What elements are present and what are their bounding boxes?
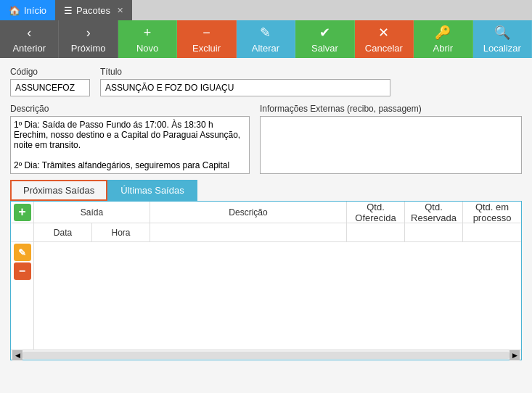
scrollbar-track[interactable] [22, 352, 510, 359]
novo-button[interactable]: + Novo [118, 20, 177, 58]
tab-inicio[interactable]: 🏠 Início [0, 0, 55, 20]
titulo-group: Título [100, 67, 390, 96]
col-qtd-res-sub-empty [405, 223, 463, 241]
anterior-button[interactable]: ‹ Anterior [0, 20, 59, 58]
col-qtd-processo-header: Qtd. em processo [463, 202, 521, 223]
codigo-titulo-row: Código Título [10, 67, 522, 96]
table-rows-content [34, 242, 521, 349]
col-qtd-of-sub-empty [347, 223, 405, 241]
titulo-label: Título [100, 67, 390, 77]
codigo-group: Código [10, 67, 90, 96]
codigo-label: Código [10, 67, 90, 77]
excluir-button[interactable]: − Excluir [177, 20, 236, 58]
tab-bar: 🏠 Início ☰ Pacotes ✕ [0, 0, 532, 20]
table-body: ✎ − [11, 242, 521, 349]
home-icon: 🏠 [9, 5, 20, 16]
col-qtd-proc-sub-empty [463, 223, 521, 241]
anterior-icon: ‹ [27, 25, 31, 41]
desc-info-row: Descrição 1º Dia: Saída de Passo Fundo á… [10, 104, 522, 174]
abrir-button[interactable]: 🔑 Abrir [414, 20, 472, 58]
qtd-processo-label: Qtd. em processo [463, 202, 521, 223]
main-content: Código Título Descrição 1º Dia: Saída de… [0, 58, 532, 393]
proximo-icon: › [86, 25, 91, 41]
alterar-label: Alterar [252, 43, 279, 54]
edit-row-button[interactable]: ✎ [14, 244, 31, 261]
list-icon: ☰ [64, 5, 73, 16]
salvar-button[interactable]: ✔ Salvar [295, 20, 354, 58]
tab-proximas-saidas[interactable]: Próximas Saídas [10, 180, 107, 201]
cancelar-icon: ✕ [378, 25, 389, 41]
alterar-icon: ✎ [260, 25, 271, 41]
tab-close-icon[interactable]: ✕ [117, 6, 123, 15]
abrir-label: Abrir [433, 43, 453, 54]
col-descricao-header: Descrição [150, 202, 347, 223]
anterior-label: Anterior [12, 43, 46, 54]
novo-icon: + [144, 25, 152, 41]
scroll-right-button[interactable]: ▶ [510, 350, 520, 360]
alterar-button[interactable]: ✎ Alterar [237, 20, 295, 58]
table-header-top: + Saída Descrição Qtd. Oferecida Qtd. Re… [11, 202, 521, 223]
cancelar-label: Cancelar [365, 43, 403, 54]
codigo-input[interactable] [10, 79, 90, 96]
tab-inicio-label: Início [24, 5, 46, 16]
tab-pacotes[interactable]: ☰ Pacotes ✕ [55, 0, 132, 20]
col-saida-header: Saída [34, 202, 150, 223]
table-scrollbar[interactable]: ◀ ▶ [11, 349, 521, 360]
salvar-icon: ✔ [319, 25, 330, 41]
titulo-input[interactable] [100, 79, 390, 96]
tab-ultimas-saidas[interactable]: Últimas Saídas [107, 180, 197, 201]
cancelar-button[interactable]: ✕ Cancelar [355, 20, 414, 58]
col-qtd-reservada-header: Qtd. Reservada [405, 202, 463, 223]
qtd-reservada-label: Qtd. Reservada [405, 202, 462, 223]
novo-label: Novo [136, 43, 158, 54]
section-tabs: Próximas Saídas Últimas Saídas [10, 180, 522, 201]
excluir-icon: − [202, 25, 210, 41]
col-data-header: Data [34, 223, 92, 241]
descricao-label: Descrição [10, 104, 250, 114]
excluir-label: Excluir [192, 43, 221, 54]
proximo-label: Próximo [71, 43, 106, 54]
tab-pacotes-label: Pacotes [76, 5, 110, 16]
table-header-sub: Data Hora [11, 223, 521, 242]
info-label: Informações Externas (recibo, passagem) [260, 104, 522, 114]
add-row-button[interactable]: + [14, 204, 31, 221]
localizar-button[interactable]: 🔍 Localizar [473, 20, 532, 58]
info-group: Informações Externas (recibo, passagem) [260, 104, 522, 174]
col-desc-sub-empty [150, 223, 347, 241]
remove-row-button[interactable]: − [14, 262, 31, 280]
descricao-group: Descrição 1º Dia: Saída de Passo Fundo á… [10, 104, 250, 174]
col-qtd-oferecida-header: Qtd. Oferecida [347, 202, 405, 223]
table-area: + Saída Descrição Qtd. Oferecida Qtd. Re… [10, 201, 522, 360]
qtd-oferecida-label: Qtd. Oferecida [347, 202, 404, 223]
toolbar: ‹ Anterior › Próximo + Novo − Excluir ✎ … [0, 20, 532, 58]
info-textarea[interactable] [260, 116, 522, 174]
salvar-label: Salvar [311, 43, 338, 54]
scroll-left-button[interactable]: ◀ [12, 350, 22, 360]
ultimas-saidas-label: Últimas Saídas [120, 185, 184, 196]
col-hora-header: Hora [92, 223, 150, 241]
localizar-icon: 🔍 [494, 25, 510, 41]
abrir-icon: 🔑 [435, 25, 451, 41]
proximas-saidas-label: Próximas Saídas [23, 185, 94, 196]
descricao-textarea[interactable]: 1º Dia: Saída de Passo Fundo ás 17:00. À… [10, 116, 250, 174]
localizar-label: Localizar [483, 43, 521, 54]
proximo-button[interactable]: › Próximo [59, 20, 118, 58]
